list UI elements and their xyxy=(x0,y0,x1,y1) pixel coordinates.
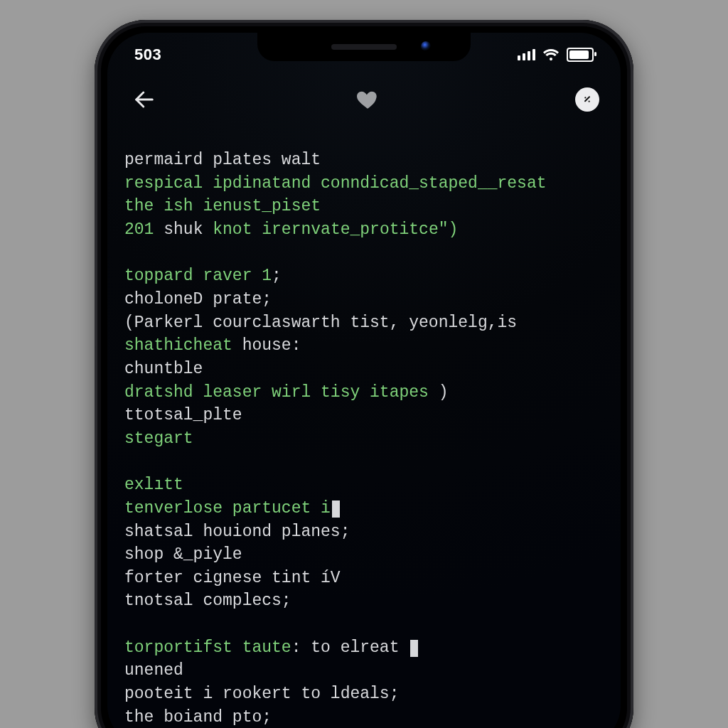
code-line: dratshd leaser wirl tisy itapes ) xyxy=(124,381,606,405)
blank-line xyxy=(124,242,606,265)
code-line: pooteit i rookert to ldeals; xyxy=(124,682,606,706)
code-line: shatsal houiond planes; xyxy=(124,520,606,544)
nav-bar xyxy=(107,73,621,127)
favorite-heart-icon[interactable] xyxy=(355,87,380,112)
code-line: shop &_piyle xyxy=(124,543,606,567)
code-line: torportifst taute: to elreat xyxy=(124,636,606,660)
back-button[interactable] xyxy=(129,84,160,115)
blank-line xyxy=(124,613,606,636)
code-line: the boiand pto; xyxy=(124,706,606,728)
svg-point-3 xyxy=(584,97,586,98)
code-line: the ish ienust_piset xyxy=(124,195,606,218)
battery-icon xyxy=(567,48,594,62)
code-line: tenverlose partucet i xyxy=(124,497,606,520)
code-line: respical ipdinatand conndicad_staped__re… xyxy=(124,172,606,196)
status-bar: 503 xyxy=(107,33,621,73)
code-line: shathicheat house: xyxy=(124,334,606,358)
code-line: exlıtt xyxy=(124,473,606,497)
cellular-signal-icon xyxy=(518,49,535,60)
code-line: forter cignese tint íV xyxy=(124,567,606,590)
status-time: 503 xyxy=(134,41,262,64)
code-line: stegart xyxy=(124,427,606,451)
code-line: permaird plates walt xyxy=(124,149,606,172)
code-line: chuntble xyxy=(124,358,606,381)
code-line: 201 shuk knot irernvate_protitce") xyxy=(124,218,606,242)
code-line: choloneD prate; xyxy=(124,288,606,311)
code-viewer[interactable]: permaird plates waltrespical ipdinatand … xyxy=(124,149,606,728)
text-cursor xyxy=(332,500,340,518)
blank-line xyxy=(124,451,606,474)
phone-frame: 503 xyxy=(95,20,633,728)
code-line: toppard raver 1; xyxy=(124,264,606,288)
power-button[interactable] xyxy=(632,219,633,311)
code-line: ttotsal_plte xyxy=(124,404,606,427)
code-line: tnotsal complecs; xyxy=(124,589,606,613)
svg-point-4 xyxy=(589,101,590,102)
silent-switch[interactable] xyxy=(95,162,96,195)
wifi-icon xyxy=(542,48,560,61)
code-line: (Parkerl courclaswarth tist, yeonlelg,is xyxy=(124,311,606,335)
volume-down-button[interactable] xyxy=(95,287,96,348)
more-action-button[interactable] xyxy=(575,87,599,112)
screen: 503 xyxy=(107,33,621,728)
volume-up-button[interactable] xyxy=(95,212,96,273)
text-cursor xyxy=(410,640,418,657)
code-line: unened xyxy=(124,659,606,682)
